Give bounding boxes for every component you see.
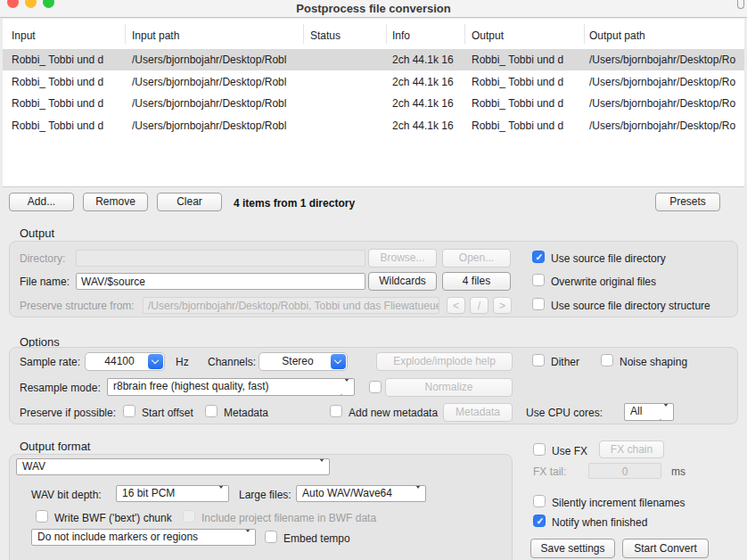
resample-mode-value: r8brain free (highest quality, fast) <box>113 379 269 394</box>
cpu-cores-select[interactable]: All <box>624 403 674 421</box>
window-title: Postprocess file conversion <box>0 2 747 15</box>
channels-combobox[interactable]: Stereo <box>259 352 348 371</box>
normalize-checkbox[interactable] <box>369 381 382 393</box>
overwrite-original-checkbox[interactable] <box>532 274 545 286</box>
cell-input: Robbi_ Tobbi und d <box>12 49 125 70</box>
presets-button[interactable]: Presets <box>655 193 720 211</box>
channels-dropdown-button[interactable] <box>331 354 346 369</box>
cell-info: 2ch 44.1k 16 <box>392 115 467 136</box>
column-header-input-path[interactable]: Input path <box>132 29 298 42</box>
sample-rate-label: Sample rate: <box>20 356 80 368</box>
wav-bit-depth-value: 16 bit PCM <box>122 486 175 501</box>
column-divider[interactable] <box>125 24 126 44</box>
wildcards-button[interactable]: Wildcards <box>368 272 437 291</box>
remove-button[interactable]: Remove <box>83 193 148 211</box>
output-section-title: Output <box>20 226 54 240</box>
files-count-button[interactable]: 4 files <box>442 272 511 291</box>
ms-label: ms <box>671 465 685 478</box>
use-cpu-cores-label: Use CPU cores: <box>526 407 603 419</box>
silently-increment-label: Silently increment filenames <box>552 497 685 509</box>
cell-output: Robbi_ Tobbi und d <box>472 71 584 93</box>
cell-input-path: /Users/bjornbojahr/Desktop/Robl <box>132 115 298 136</box>
dither-label: Dither <box>551 356 579 368</box>
use-source-directory-label: Use source file directory <box>551 252 666 265</box>
clear-button[interactable]: Clear <box>157 193 222 211</box>
cell-status <box>310 115 382 136</box>
metadata-button: Metadata <box>443 403 513 422</box>
cell-output-path: /Users/bjornbojahr/Desktop/Ro <box>589 93 744 114</box>
cell-info: 2ch 44.1k 16 <box>392 49 467 70</box>
items-summary: 4 items from 1 directory <box>234 197 355 210</box>
use-source-structure-checkbox[interactable] <box>532 298 545 310</box>
noise-shaping-checkbox[interactable] <box>601 354 613 366</box>
file-name-input[interactable]: WAV/$source <box>76 273 365 290</box>
stepper-arrows-icon <box>213 489 224 501</box>
table-row[interactable]: Robbi_ Tobbi und d /Users/bjornbojahr/De… <box>3 49 744 70</box>
embed-tempo-label: Embed tempo <box>283 532 350 545</box>
column-divider[interactable] <box>386 24 387 44</box>
cell-input: Robbi_ Tobbi und d <box>12 93 125 114</box>
hz-label: Hz <box>176 356 189 368</box>
column-header-info[interactable]: Info <box>392 29 467 42</box>
cell-info: 2ch 44.1k 16 <box>392 71 467 93</box>
metadata-checkbox[interactable] <box>205 405 218 417</box>
cell-input-path: /Users/bjornbojahr/Desktop/Robl <box>132 71 298 93</box>
cell-status <box>310 71 382 93</box>
table-row[interactable]: Robbi_ Tobbi und d /Users/bjornbojahr/De… <box>3 71 744 93</box>
cell-input: Robbi_ Tobbi und d <box>12 71 125 93</box>
metadata-label: Metadata <box>224 407 268 419</box>
column-divider[interactable] <box>584 24 585 44</box>
column-header-output[interactable]: Output <box>472 29 584 42</box>
cpu-cores-value: All <box>630 404 642 419</box>
column-header-input[interactable]: Input <box>12 29 125 42</box>
markers-regions-select[interactable]: Do not include markers or regions <box>31 529 256 546</box>
embed-tempo-checkbox[interactable] <box>265 531 277 543</box>
write-bwf-checkbox[interactable] <box>36 510 48 523</box>
noise-shaping-label: Noise shaping <box>620 356 687 368</box>
start-offset-checkbox[interactable] <box>123 405 135 417</box>
chevron-down-icon <box>151 356 158 363</box>
preserve-structure-label: Preserve structure from: <box>20 300 135 312</box>
silently-increment-checkbox[interactable] <box>533 495 546 507</box>
use-source-directory-checkbox[interactable] <box>532 251 545 263</box>
use-fx-checkbox[interactable] <box>533 443 546 456</box>
table-row[interactable]: Robbi_ Tobbi und d /Users/bjornbojahr/De… <box>3 93 744 114</box>
fx-chain-button: FX chain <box>599 441 664 458</box>
notify-when-finished-checkbox[interactable] <box>533 515 546 527</box>
output-format-section-title: Output format <box>20 440 90 453</box>
cell-output-path: /Users/bjornbojahr/Desktop/Ro <box>589 49 744 70</box>
column-header-status[interactable]: Status <box>310 29 382 42</box>
cell-input-path: /Users/bjornbojahr/Desktop/Robl <box>132 93 298 114</box>
save-settings-button[interactable]: Save settings <box>530 539 615 558</box>
add-new-metadata-checkbox[interactable] <box>330 405 342 417</box>
table-row[interactable]: Robbi_ Tobbi und d /Users/bjornbojahr/De… <box>3 115 744 136</box>
channels-label: Channels: <box>208 356 256 368</box>
sample-rate-dropdown-button[interactable] <box>148 354 163 369</box>
column-divider[interactable] <box>464 24 465 44</box>
use-fx-label: Use FX <box>552 445 587 457</box>
cell-input-path: /Users/bjornbojahr/Desktop/Robl <box>132 49 298 70</box>
add-button[interactable]: Add... <box>9 193 74 211</box>
open-button: Open... <box>442 249 511 268</box>
large-files-select[interactable]: Auto WAV/Wave64 <box>296 485 426 502</box>
cell-output: Robbi_ Tobbi und d <box>472 115 584 136</box>
cell-output-path: /Users/bjornbojahr/Desktop/Ro <box>589 71 744 93</box>
explode-implode-help-button: Explode/implode help <box>376 352 513 371</box>
cell-status <box>310 93 382 114</box>
stepper-arrows-icon <box>658 407 669 419</box>
preserve-structure-field: /Users/bjornbojahr/Desktop/Robbi, Tobbi … <box>143 297 439 314</box>
resample-mode-label: Resample mode: <box>20 382 101 394</box>
output-format-select[interactable]: WAV <box>16 458 330 475</box>
column-header-output-path[interactable]: Output path <box>589 29 744 42</box>
wav-bit-depth-label: WAV bit depth: <box>31 489 102 501</box>
add-new-metadata-label: Add new metadata <box>349 407 438 419</box>
directory-label: Directory: <box>20 252 65 265</box>
dither-checkbox[interactable] <box>532 354 545 366</box>
sample-rate-combobox[interactable]: 44100 <box>85 352 165 371</box>
resample-mode-select[interactable]: r8brain free (highest quality, fast) <box>107 378 355 396</box>
titlebar: Postprocess file conversion <box>0 0 747 18</box>
wav-bit-depth-select[interactable]: 16 bit PCM <box>116 485 229 502</box>
column-divider[interactable] <box>303 24 304 44</box>
start-convert-button[interactable]: Start Convert <box>622 539 709 558</box>
chevron-down-icon <box>333 356 341 363</box>
